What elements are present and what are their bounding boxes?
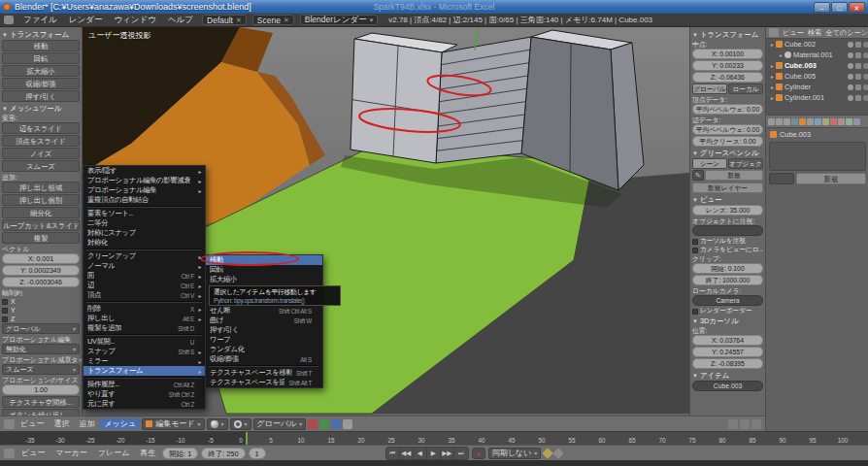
unlink-icon[interactable]: ✕	[284, 17, 289, 24]
outliner-item[interactable]: ▸Cylinder	[766, 82, 868, 92]
render-tab-icon[interactable]	[768, 118, 775, 125]
timeline-menu-frame[interactable]: フレーム	[94, 448, 134, 458]
close-button[interactable]: ✕	[849, 2, 865, 13]
frame-end-field[interactable]: 終了: 250	[201, 448, 245, 459]
outliner-item[interactable]: ▸Cube.005	[766, 71, 868, 82]
panel-header-view[interactable]: ▼ビュー	[692, 194, 763, 205]
menu-item[interactable]: プロポーショナル編集▸	[83, 185, 205, 195]
new-layer-button[interactable]: 新規レイヤー	[692, 183, 763, 193]
tool-button[interactable]: 押し出し領域	[2, 182, 80, 193]
visibility-eye-toggle[interactable]	[848, 63, 853, 69]
menu-item[interactable]: 対称化	[83, 238, 205, 248]
menu-item[interactable]: トランスフォーム▸	[83, 366, 205, 376]
play-button[interactable]: ▶	[427, 448, 441, 459]
outliner-item[interactable]: ▸Material.001	[766, 50, 868, 60]
outliner-item[interactable]: ▸Cylinder.001	[766, 92, 868, 103]
panel-header-gpencil[interactable]: ▼グリースペンシル	[692, 148, 763, 158]
disclosure-icon[interactable]: ▸	[778, 52, 785, 58]
menu-item[interactable]: クリーンアップ▸	[83, 251, 205, 261]
constraints-tab-icon[interactable]	[807, 118, 814, 125]
frame-start-field[interactable]: 開始: 1	[162, 448, 198, 459]
menu-item[interactable]: 拡大縮小	[206, 275, 322, 284]
lock-camera-checkbox[interactable]: カメラをビューにロ...	[692, 246, 763, 254]
view3d-editor-icon[interactable]	[4, 419, 15, 429]
timeline-menu-marker[interactable]: マーカー	[51, 448, 90, 458]
panel-header-transform[interactable]: ▼トランスフォーム	[692, 29, 763, 40]
panel-header-meshtools[interactable]: ▼メッシュツール	[2, 103, 80, 114]
pivot-dropdown[interactable]: ▾	[230, 418, 251, 430]
render-border-checkbox[interactable]: レンダーボーダー	[692, 307, 763, 316]
menu-item[interactable]: せん断Shift Ctrl Alt S	[206, 306, 322, 316]
menu-file[interactable]: ファイル	[17, 15, 63, 26]
shading-dropdown[interactable]: ▾	[207, 418, 228, 430]
axis-z-checkbox[interactable]: Z	[2, 315, 80, 323]
manipulator-translate-icon[interactable]	[308, 419, 317, 429]
selectability-toggle[interactable]	[855, 63, 861, 69]
selectability-toggle[interactable]	[855, 95, 861, 101]
clip-end-field[interactable]: 終了: 1000.000	[692, 275, 763, 285]
axis-x-checkbox[interactable]: X	[2, 297, 80, 306]
menu-item[interactable]: 重複頂点の自動結合	[83, 195, 205, 205]
unlink-icon[interactable]: ✕	[236, 17, 242, 24]
orientation-dropdown[interactable]: グローバル ▾	[253, 418, 307, 430]
vector-field[interactable]: Z: -0.0003046	[2, 277, 80, 287]
render-toggle[interactable]	[863, 42, 868, 48]
menu-item[interactable]: 辺Ctrl E▸	[83, 281, 205, 290]
menu-item[interactable]: 押し出しAlt E▸	[83, 314, 205, 323]
snap-magnet-icon[interactable]	[343, 419, 352, 429]
render-toggle[interactable]	[863, 52, 868, 58]
current-frame-marker[interactable]	[246, 432, 248, 445]
world-tab-icon[interactable]	[791, 118, 798, 125]
outliner-display-mode[interactable]: 全てのシーン	[825, 28, 868, 38]
disclosure-icon[interactable]: ▸	[769, 84, 776, 90]
disclosure-icon[interactable]: ▸	[769, 74, 776, 80]
menu-item[interactable]: 複製を追加Shift D	[83, 323, 205, 333]
outliner-editor-icon[interactable]	[769, 28, 779, 37]
tool-button[interactable]: テクスチャ空間移...	[2, 396, 80, 408]
menu-item[interactable]: 操作履歴...Ctrl Alt Z	[83, 380, 205, 389]
play-reverse-button[interactable]: ◀	[414, 448, 427, 459]
data-tab-icon[interactable]	[822, 118, 829, 125]
panel-header-transform[interactable]: ▼トランスフォーム	[2, 29, 80, 40]
outliner-menu-view[interactable]: ビュー	[783, 28, 804, 38]
browse-id-dropdown[interactable]	[769, 173, 794, 184]
vector-field[interactable]: Y: 0.0002349	[2, 265, 80, 276]
visibility-eye-toggle[interactable]	[848, 52, 853, 58]
timeline-menu-view[interactable]: ビュー	[17, 448, 49, 458]
timeline-menu-playback[interactable]: 再生	[136, 448, 159, 458]
menu-item[interactable]: 二等分	[83, 218, 205, 228]
vertex-bevel-weight-field[interactable]: 平均ベベルウェ: 0.00	[692, 104, 763, 115]
next-keyframe-button[interactable]: ▶▶	[441, 448, 454, 459]
tool-button[interactable]: 移動	[2, 40, 80, 51]
menu-item[interactable]: テクスチャスペースを拡縮Shift Alt T	[206, 378, 322, 387]
menu-item[interactable]: 要素をソート...	[83, 209, 205, 218]
timeline-editor-icon[interactable]	[4, 449, 15, 458]
edge-bevel-weight-field[interactable]: 平均ベベルウェ: 0.00	[692, 124, 763, 135]
header-menu-mesh[interactable]: メッシュ	[100, 418, 140, 429]
disclosure-icon[interactable]: ▸	[769, 42, 776, 48]
tool-button[interactable]: 収縮/膨張	[2, 78, 80, 89]
render-opengl-anim-icon[interactable]	[751, 419, 761, 429]
editor-type-icon[interactable]	[4, 16, 14, 24]
selectability-toggle[interactable]	[855, 74, 861, 80]
menu-item[interactable]: 対称にスナップ	[83, 228, 205, 238]
lock-cursor-checkbox[interactable]: カーソルを注視	[692, 237, 763, 246]
menu-help[interactable]: ヘルプ	[162, 15, 199, 26]
new-button[interactable]: 新規	[796, 173, 866, 184]
keying-set-icon[interactable]	[543, 448, 553, 458]
menu-item[interactable]: やり直すShift Ctrl Z	[83, 389, 205, 399]
menu-item[interactable]: ランダム化	[206, 345, 322, 354]
jump-to-start-button[interactable]: ⏮	[386, 448, 400, 459]
gpencil-new-button[interactable]: 新規	[705, 170, 763, 181]
scene-tab-icon[interactable]	[776, 118, 783, 125]
median-z-field[interactable]: Z: -0.06436	[692, 72, 763, 83]
outliner-item[interactable]: ▸Cube.002	[766, 39, 868, 50]
particles-tab-icon[interactable]	[846, 118, 852, 125]
global-toggle[interactable]: グローバル	[692, 83, 727, 94]
menu-item[interactable]: 収縮/膨張Alt S	[206, 354, 322, 364]
selectability-toggle[interactable]	[855, 42, 861, 48]
menu-item[interactable]: プロポーショナル編集の影響減衰タイプ▸	[83, 176, 205, 185]
header-menu-select[interactable]: 選択	[50, 418, 73, 429]
selectability-toggle[interactable]	[855, 52, 861, 58]
render-opengl-icon[interactable]	[740, 419, 750, 429]
